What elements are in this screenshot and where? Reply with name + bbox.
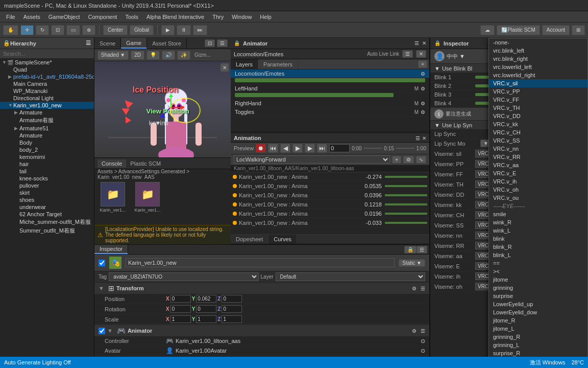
animator-comp-settings[interactable]: ⚙	[412, 328, 416, 334]
transform-settings-icon[interactable]: ⚙	[412, 286, 416, 291]
anim-add-btn[interactable]: +	[418, 60, 427, 68]
dropdown-item-vrc-ch[interactable]: VRC.v_CH	[489, 128, 587, 136]
lefthand-settings-icon[interactable]: ⚙	[421, 86, 425, 91]
dropdown-item-vrc-sil[interactable]: VRC.v_sil	[489, 79, 587, 87]
animation-menu-icon[interactable]: ☰	[415, 135, 420, 141]
dropdown-item-vrc-ih[interactable]: VRC.v_ih	[489, 177, 587, 186]
dropdown-item-vrc-e[interactable]: VRC.v_E	[489, 169, 587, 177]
asset-item-1[interactable]: 📁 Karin_ver1...	[97, 182, 128, 213]
keyframe-row-2[interactable]: Karin_ver1.00_new : Anima 0.0535	[231, 181, 429, 191]
tree-item-armature-clothes[interactable]: Armature着服	[0, 116, 94, 125]
tab-assetstore[interactable]: Asset Store	[147, 38, 187, 49]
menu-tools[interactable]: Tools	[121, 13, 142, 21]
dropdown-item-vrc-oh[interactable]: VRC.v_oh	[489, 186, 587, 194]
anim-next-key-btn[interactable]: ⏭	[317, 144, 327, 153]
play-button[interactable]: ▶	[161, 25, 175, 35]
space-global[interactable]: Global	[130, 25, 154, 35]
tab-scene[interactable]: Scene	[94, 38, 121, 49]
transform-menu-icon[interactable]: ☰	[421, 286, 425, 291]
keyframe-row-3[interactable]: Karin_ver1.00_new : Anima 0.0396	[231, 191, 429, 200]
gameobject-active-checkbox[interactable]	[99, 260, 105, 266]
animator-active-checkbox[interactable]	[99, 328, 105, 334]
menu-help[interactable]: Help	[256, 13, 276, 21]
tree-item-karin[interactable]: ▼ Karin_ver1.00_new	[0, 102, 94, 109]
tree-item-miche[interactable]: Miche_summer-outfit_M着服	[0, 218, 94, 226]
dropdown-item-surprise-r[interactable]: surprise_R	[489, 349, 587, 357]
menu-file[interactable]: File	[2, 13, 19, 21]
menu-thry[interactable]: Thry	[208, 13, 228, 21]
animator-menu-icon[interactable]: ☰	[414, 40, 419, 46]
step-button[interactable]: ⏭	[193, 25, 207, 35]
clip-add-btn[interactable]: +	[392, 156, 401, 164]
dropdown-item-grinning-r[interactable]: grinning_R	[489, 333, 587, 341]
dropdown-item-none[interactable]: -none-	[489, 38, 587, 47]
dropdown-item-wink-r[interactable]: wink_R	[489, 218, 587, 226]
dropdown-item-vrc-ss[interactable]: VRC.v_SS	[489, 136, 587, 145]
dropdown-item-lowereyelid-dow[interactable]: LowerEyelid_dow	[489, 308, 587, 316]
tree-item-kemomimi[interactable]: kemomimi	[0, 153, 94, 160]
anim-layer-righthand[interactable]: RightHand M ⚙	[231, 99, 429, 108]
menu-gameobject[interactable]: GameObject	[44, 13, 84, 21]
locomotion-menu-btn[interactable]: ☰	[402, 50, 413, 58]
tree-item-pullover[interactable]: pullover	[0, 182, 94, 189]
keyframe-row-1[interactable]: Karin_ver1.00_new : Anima -0.274	[231, 172, 429, 181]
anim-tab-dopesheet[interactable]: Dopesheet	[231, 235, 268, 244]
dropdown-item-vrc-ou[interactable]: VRC.v_ou	[489, 194, 587, 202]
rot-x-input[interactable]	[170, 305, 191, 313]
dropdown-item-squint[interactable]: ><	[489, 267, 587, 275]
tree-item-wpmizanuki[interactable]: WP_Mizanuki	[0, 87, 94, 95]
account-button[interactable]: Account	[542, 25, 570, 35]
tree-item-underwear[interactable]: underwear	[0, 203, 94, 211]
tool-rotate[interactable]: ↻	[36, 25, 49, 35]
menu-assets[interactable]: Assets	[19, 13, 44, 21]
viseme-dropdown-overlay[interactable]: -none- vrc.blink_left vrc.blink_right vr…	[488, 38, 588, 357]
dropdown-item-eye-sep[interactable]: -----EYE------	[489, 202, 587, 210]
tool-scale[interactable]: ⊡	[51, 25, 64, 35]
dropdown-item-surprise[interactable]: surprise	[489, 292, 587, 300]
tree-item-summer[interactable]: Summer_outfit_M着服	[0, 226, 94, 235]
dropdown-item-grinning-l[interactable]: grinning_L	[489, 341, 587, 349]
tree-item-tail[interactable]: tail	[0, 168, 94, 175]
scene-menu-btn[interactable]: ☰	[217, 39, 228, 47]
dropdown-item-smile[interactable]: smile	[489, 210, 587, 218]
pause-button[interactable]: ⏸	[177, 25, 191, 35]
shaded-dropdown[interactable]: Shaded ▼	[97, 51, 129, 60]
dropdown-item-grinning[interactable]: grinning	[489, 284, 587, 292]
tab-game[interactable]: Game	[121, 38, 147, 49]
rot-z-input[interactable]	[222, 305, 242, 313]
tool-hand[interactable]: ✋	[3, 25, 18, 35]
dropdown-item-vrc-ff[interactable]: VRC.v_FF	[489, 96, 587, 104]
dropdown-item-vrc-aa[interactable]: VRC.v_aa	[489, 161, 587, 169]
rot-y-input[interactable]	[196, 305, 216, 313]
keyframe-row-5[interactable]: Karin_ver1.00_new : Anima 0.0196	[231, 209, 429, 218]
scale-x-input[interactable]	[170, 315, 191, 323]
anim-record-btn[interactable]: ⏺	[256, 144, 266, 153]
toggles-settings-icon[interactable]: ⚙	[421, 109, 425, 115]
scale-z-input[interactable]	[222, 315, 242, 323]
tree-item-quad[interactable]: Quad	[0, 66, 94, 73]
pos-x-input[interactable]	[170, 295, 191, 303]
menu-window[interactable]: Window	[228, 13, 256, 21]
clip-selector[interactable]: LocWalkingForward	[234, 155, 390, 164]
tree-item-armature1[interactable]: ▶ Armature	[0, 109, 94, 116]
layers-button[interactable]: ⊞	[572, 25, 585, 35]
hierarchy-search-input[interactable]	[0, 49, 94, 59]
cloud-button[interactable]: ☁	[480, 25, 495, 35]
audio-btn[interactable]: 🔊	[162, 51, 175, 60]
anim-next-frame-btn[interactable]: ▶	[305, 144, 315, 153]
locomotion-close-btn[interactable]: ✕	[416, 50, 426, 58]
insp-bottom-lock-btn[interactable]: 🔒	[404, 246, 416, 254]
tree-item-prefab[interactable]: ▶ prefab-id-v1_avtr_810604a8-25d1-...	[0, 73, 94, 80]
transform-comp-header[interactable]: ▼ ⊞ Transform ⚙ ☰	[94, 283, 429, 294]
animator-comp-header[interactable]: ▼ 🎮 Animator ⚙ ☰	[94, 325, 429, 336]
tree-item-shoes[interactable]: shoes	[0, 196, 94, 203]
righthand-settings-icon[interactable]: ⚙	[421, 101, 425, 106]
tree-item-armature51[interactable]: ▶ Armature51	[0, 125, 94, 132]
hierarchy-menu-icon[interactable]: ☰	[86, 40, 91, 47]
tree-item-body[interactable]: Body	[0, 139, 94, 146]
animation-close-icon[interactable]: ✕	[422, 135, 426, 141]
pivot-center[interactable]: Center	[103, 25, 128, 35]
dropdown-item-blink-l[interactable]: blink_L	[489, 251, 587, 259]
scene-close-btn[interactable]: ✕	[220, 63, 229, 72]
tree-item-armature2[interactable]: Armature	[0, 132, 94, 139]
